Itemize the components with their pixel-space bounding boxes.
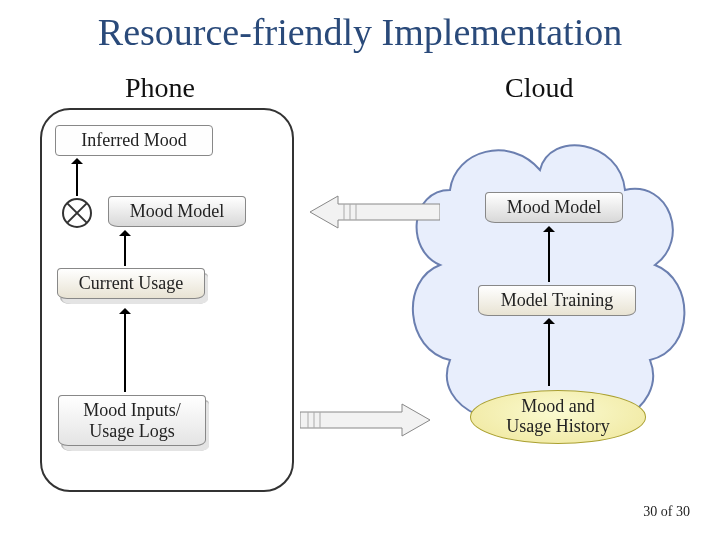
mood-usage-history-box: Mood and Usage History	[470, 390, 646, 444]
arrow-up-icon	[548, 228, 550, 282]
current-usage-box: Current Usage	[57, 268, 205, 299]
arrow-left-icon	[310, 194, 440, 230]
arrow-right-icon	[300, 402, 430, 438]
slide: Resource-friendly Implementation Phone C…	[0, 0, 720, 540]
model-training-box: Model Training	[478, 285, 636, 316]
arrow-up-icon	[124, 310, 126, 392]
phone-mood-model-box: Mood Model	[108, 196, 246, 227]
page-number: 30 of 30	[643, 504, 690, 520]
cloud-column-label: Cloud	[505, 72, 573, 104]
cloud-mood-model-box: Mood Model	[485, 192, 623, 223]
arrow-up-icon	[76, 160, 78, 196]
slide-title: Resource-friendly Implementation	[0, 10, 720, 54]
arrow-up-icon	[548, 320, 550, 386]
arrow-up-icon	[124, 232, 126, 266]
mood-inputs-logs-box: Mood Inputs/ Usage Logs	[58, 395, 206, 446]
phone-column-label: Phone	[125, 72, 195, 104]
combine-icon	[62, 198, 92, 228]
